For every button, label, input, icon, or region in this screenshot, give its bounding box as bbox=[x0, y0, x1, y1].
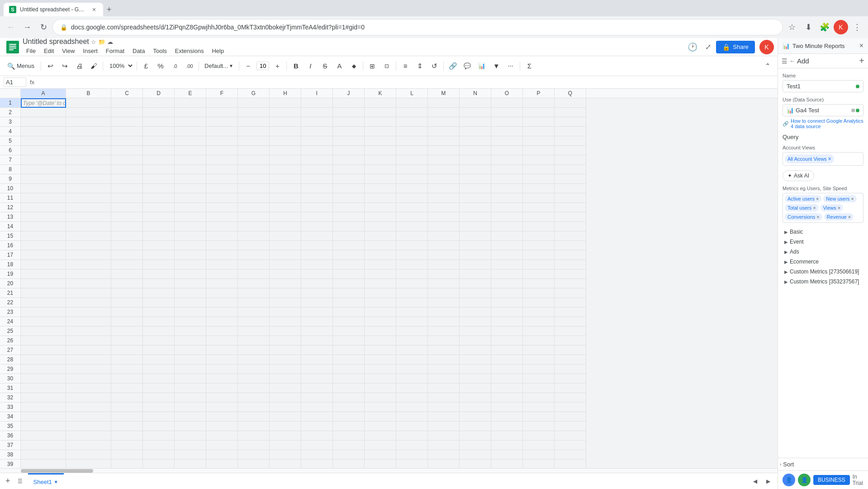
cell-21-12[interactable] bbox=[428, 288, 460, 298]
cell-29-3[interactable] bbox=[143, 364, 175, 374]
cell-15-5[interactable] bbox=[206, 231, 238, 241]
cell-33-4[interactable] bbox=[175, 403, 206, 412]
cell-2-11[interactable] bbox=[396, 108, 428, 117]
cell-17-11[interactable] bbox=[396, 250, 428, 260]
cell-33-1[interactable] bbox=[66, 403, 111, 412]
cell-13-13[interactable] bbox=[460, 212, 491, 222]
cell-1-0[interactable]: Type '@Date' to open date picker bbox=[21, 98, 66, 108]
row-header-18[interactable]: 18 bbox=[0, 260, 20, 269]
cell-37-5[interactable] bbox=[206, 441, 238, 450]
cell-32-7[interactable] bbox=[270, 393, 301, 403]
cell-8-6[interactable] bbox=[238, 165, 270, 174]
cell-34-3[interactable] bbox=[143, 412, 175, 422]
cell-19-15[interactable] bbox=[523, 269, 555, 279]
cell-16-3[interactable] bbox=[143, 241, 175, 250]
cell-18-1[interactable] bbox=[66, 260, 111, 269]
cell-27-8[interactable] bbox=[301, 345, 333, 355]
cell-28-8[interactable] bbox=[301, 355, 333, 364]
cell-32-5[interactable] bbox=[206, 393, 238, 403]
col-header-d[interactable]: D bbox=[143, 89, 175, 98]
format-dropdown[interactable]: Default... ▼ bbox=[202, 62, 236, 70]
cell-14-12[interactable] bbox=[428, 222, 460, 231]
cell-29-15[interactable] bbox=[523, 364, 555, 374]
sheet-scroll-right[interactable]: ▶ bbox=[763, 476, 774, 486]
cell-26-11[interactable] bbox=[396, 336, 428, 345]
cell-15-3[interactable] bbox=[143, 231, 175, 241]
col-header-j[interactable]: J bbox=[333, 89, 365, 98]
cell-27-15[interactable] bbox=[523, 345, 555, 355]
cell-19-9[interactable] bbox=[333, 269, 365, 279]
cell-30-0[interactable] bbox=[21, 374, 66, 384]
cell-38-14[interactable] bbox=[491, 450, 523, 460]
active-tab[interactable]: S Untitled spreadsheet - Goo... × bbox=[4, 3, 103, 16]
cell-7-16[interactable] bbox=[555, 155, 586, 165]
cell-5-1[interactable] bbox=[66, 136, 111, 146]
cell-19-13[interactable] bbox=[460, 269, 491, 279]
cell-7-13[interactable] bbox=[460, 155, 491, 165]
cell-34-11[interactable] bbox=[396, 412, 428, 422]
cell-7-14[interactable] bbox=[491, 155, 523, 165]
back-btn[interactable]: ← bbox=[4, 20, 18, 34]
cell-33-11[interactable] bbox=[396, 403, 428, 412]
cell-22-8[interactable] bbox=[301, 298, 333, 307]
cell-20-3[interactable] bbox=[143, 279, 175, 288]
cell-6-12[interactable] bbox=[428, 146, 460, 155]
cell-2-0[interactable] bbox=[21, 108, 66, 117]
row-header-3[interactable]: 3 bbox=[0, 117, 20, 127]
cell-27-1[interactable] bbox=[66, 345, 111, 355]
cell-10-16[interactable] bbox=[555, 184, 586, 193]
cell-36-15[interactable] bbox=[523, 431, 555, 441]
strikethrough-btn[interactable]: S bbox=[318, 60, 331, 72]
row-header-1[interactable]: 1 bbox=[0, 98, 20, 108]
cell-20-13[interactable] bbox=[460, 279, 491, 288]
borders-btn[interactable]: ⊞ bbox=[366, 60, 379, 72]
cell-7-15[interactable] bbox=[523, 155, 555, 165]
cell-38-10[interactable] bbox=[365, 450, 396, 460]
cell-4-4[interactable] bbox=[175, 127, 206, 136]
cell-35-3[interactable] bbox=[143, 422, 175, 431]
row-header-39[interactable]: 39 bbox=[0, 460, 20, 468]
col-header-h[interactable]: H bbox=[270, 89, 301, 98]
cell-29-7[interactable] bbox=[270, 364, 301, 374]
cell-1-13[interactable] bbox=[460, 98, 491, 108]
cell-35-12[interactable] bbox=[428, 422, 460, 431]
cell-37-8[interactable] bbox=[301, 441, 333, 450]
cell-10-12[interactable] bbox=[428, 184, 460, 193]
cell-37-16[interactable] bbox=[555, 441, 586, 450]
data-source-input[interactable]: 📊 Ga4 Test ⊞ bbox=[783, 104, 863, 116]
cell-33-13[interactable] bbox=[460, 403, 491, 412]
cell-15-7[interactable] bbox=[270, 231, 301, 241]
cell-37-3[interactable] bbox=[143, 441, 175, 450]
account-views-tag-close[interactable]: × bbox=[828, 156, 831, 162]
cell-21-6[interactable] bbox=[238, 288, 270, 298]
cell-7-8[interactable] bbox=[301, 155, 333, 165]
cell-35-6[interactable] bbox=[238, 422, 270, 431]
currency-btn[interactable]: £ bbox=[140, 60, 152, 72]
cell-39-13[interactable] bbox=[460, 460, 491, 468]
row-header-15[interactable]: 15 bbox=[0, 231, 20, 241]
cell-38-7[interactable] bbox=[270, 450, 301, 460]
cell-17-12[interactable] bbox=[428, 250, 460, 260]
cell-13-6[interactable] bbox=[238, 212, 270, 222]
cell-12-16[interactable] bbox=[555, 203, 586, 212]
cell-20-11[interactable] bbox=[396, 279, 428, 288]
cell-18-7[interactable] bbox=[270, 260, 301, 269]
cell-35-0[interactable] bbox=[21, 422, 66, 431]
cell-4-0[interactable] bbox=[21, 127, 66, 136]
cell-31-4[interactable] bbox=[175, 384, 206, 393]
cell-6-14[interactable] bbox=[491, 146, 523, 155]
functions-btn[interactable]: Σ bbox=[523, 60, 536, 72]
cell-22-15[interactable] bbox=[523, 298, 555, 307]
cell-25-6[interactable] bbox=[238, 326, 270, 336]
cell-9-8[interactable] bbox=[301, 174, 333, 184]
cell-15-4[interactable] bbox=[175, 231, 206, 241]
cell-12-9[interactable] bbox=[333, 203, 365, 212]
paint-format-btn[interactable]: 🖌 bbox=[87, 60, 100, 72]
menu-view[interactable]: View bbox=[58, 46, 78, 56]
cell-6-6[interactable] bbox=[238, 146, 270, 155]
cell-29-11[interactable] bbox=[396, 364, 428, 374]
cell-8-10[interactable] bbox=[365, 165, 396, 174]
cell-22-1[interactable] bbox=[66, 298, 111, 307]
cell-13-12[interactable] bbox=[428, 212, 460, 222]
col-header-b[interactable]: B bbox=[66, 89, 111, 98]
